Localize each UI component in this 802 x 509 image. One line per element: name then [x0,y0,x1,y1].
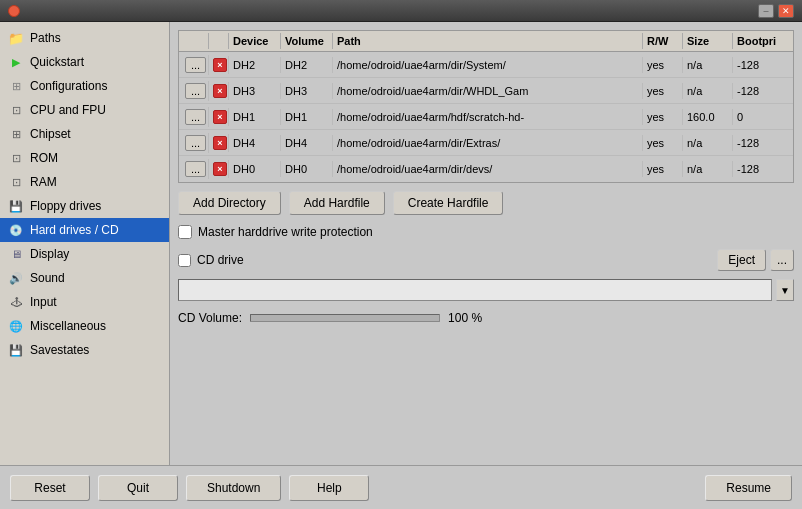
row-size: 160.0 [683,109,733,125]
row-browse-button[interactable]: ... [185,83,206,99]
cd-volume-slider[interactable] [250,314,440,322]
sidebar-item-miscellaneous[interactable]: 🌐 Miscellaneous [0,314,169,338]
row-browse-button[interactable]: ... [185,161,206,177]
config-icon: ⊞ [8,78,24,94]
row-path: /home/odroid/uae4arm/dir/Extras/ [333,135,643,151]
sidebar-item-configurations[interactable]: ⊞ Configurations [0,74,169,98]
row-device: DH1 [229,109,281,125]
input-icon: 🕹 [8,294,24,310]
shutdown-button[interactable]: Shutdown [186,475,281,501]
cd-volume-label: CD Volume: [178,311,242,325]
col-btn [179,33,209,49]
row-browse-button[interactable]: ... [185,57,206,73]
row-size: n/a [683,161,733,177]
master-protection-label: Master harddrive write protection [198,225,373,239]
cd-drive-buttons: Eject ... [717,249,794,271]
sidebar-item-input[interactable]: 🕹 Input [0,290,169,314]
close-button[interactable]: ✕ [778,4,794,18]
sidebar-item-label: Configurations [30,79,107,93]
row-browse-button[interactable]: ... [185,135,206,151]
save-icon: 💾 [8,342,24,358]
sidebar: 📁 Paths ▶ Quickstart ⊞ Configurations ⊡ … [0,22,170,465]
sidebar-item-paths[interactable]: 📁 Paths [0,26,169,50]
sidebar-item-harddrives[interactable]: 💿 Hard drives / CD [0,218,169,242]
cpu-icon: ⊡ [8,102,24,118]
sidebar-item-label: Sound [30,271,65,285]
sidebar-item-rom[interactable]: ⊡ ROM [0,146,169,170]
row-bootpri: -128 [733,83,793,99]
table-row: ... × DH4 DH4 /home/odroid/uae4arm/dir/E… [179,130,793,156]
add-hardfile-button[interactable]: Add Hardfile [289,191,385,215]
quit-button[interactable]: Quit [98,475,178,501]
row-delete-button[interactable]: × [213,136,227,150]
eject-button[interactable]: Eject [717,249,766,271]
row-volume: DH1 [281,109,333,125]
main-container: 📁 Paths ▶ Quickstart ⊞ Configurations ⊡ … [0,22,802,465]
master-protection-checkbox[interactable] [178,225,192,239]
sidebar-item-quickstart[interactable]: ▶ Quickstart [0,50,169,74]
cd-volume-row: CD Volume: 100 % [178,311,794,325]
sidebar-item-label: Display [30,247,69,261]
sidebar-item-label: Input [30,295,57,309]
row-path: /home/odroid/uae4arm/dir/WHDL_Gam [333,83,643,99]
drive-table: Device Volume Path R/W Size Bootpri ... … [178,30,794,183]
row-bootpri: -128 [733,57,793,73]
sidebar-item-label: ROM [30,151,58,165]
sidebar-item-sound[interactable]: 🔊 Sound [0,266,169,290]
row-delete-button[interactable]: × [213,58,227,72]
col-path: Path [333,33,643,49]
titlebar: – ✕ [0,0,802,22]
row-delete-button[interactable]: × [213,110,227,124]
sidebar-item-label: Paths [30,31,61,45]
master-protection-row: Master harddrive write protection [178,225,794,239]
cd-drive-checkbox[interactable] [178,254,191,267]
row-rw: yes [643,135,683,151]
action-buttons-row: Add Directory Add Hardfile Create Hardfi… [178,191,794,215]
sidebar-item-cpu-fpu[interactable]: ⊡ CPU and FPU [0,98,169,122]
cd-dropdown-row: ▼ [178,279,794,301]
display-icon: 🖥 [8,246,24,262]
chip-icon: ⊞ [8,126,24,142]
row-rw: yes [643,83,683,99]
cd-drive-label: CD drive [197,253,244,267]
help-button[interactable]: Help [289,475,369,501]
table-row: ... × DH0 DH0 /home/odroid/uae4arm/dir/d… [179,156,793,182]
row-delete-button[interactable]: × [213,84,227,98]
row-del-cell: × [209,160,229,178]
row-browse-button[interactable]: ... [185,109,206,125]
sidebar-item-savestates[interactable]: 💾 Savestates [0,338,169,362]
minimize-button[interactable]: – [758,4,774,18]
sidebar-item-label: Chipset [30,127,71,141]
sidebar-item-chipset[interactable]: ⊞ Chipset [0,122,169,146]
dropdown-arrow-icon[interactable]: ▼ [776,279,794,301]
col-device: Device [229,33,281,49]
table-row: ... × DH2 DH2 /home/odroid/uae4arm/dir/S… [179,52,793,78]
sound-icon: 🔊 [8,270,24,286]
cd-browse-button[interactable]: ... [770,249,794,271]
sidebar-item-label: Floppy drives [30,199,101,213]
row-path: /home/odroid/uae4arm/dir/devs/ [333,161,643,177]
folder-icon: 📁 [8,30,24,46]
row-btn-cell: ... [179,81,209,101]
add-directory-button[interactable]: Add Directory [178,191,281,215]
sidebar-item-ram[interactable]: ⊡ RAM [0,170,169,194]
sidebar-item-floppy[interactable]: 💾 Floppy drives [0,194,169,218]
row-volume: DH4 [281,135,333,151]
row-volume: DH0 [281,161,333,177]
sidebar-item-display[interactable]: 🖥 Display [0,242,169,266]
rom-icon: ⊡ [8,150,24,166]
cd-dropdown[interactable] [178,279,772,301]
row-btn-cell: ... [179,107,209,127]
create-hardfile-button[interactable]: Create Hardfile [393,191,504,215]
row-size: n/a [683,83,733,99]
row-device: DH2 [229,57,281,73]
play-icon: ▶ [8,54,24,70]
resume-button[interactable]: Resume [705,475,792,501]
row-volume: DH2 [281,57,333,73]
reset-button[interactable]: Reset [10,475,90,501]
sidebar-item-label: Hard drives / CD [30,223,119,237]
titlebar-dot [8,5,20,17]
sidebar-item-label: CPU and FPU [30,103,106,117]
row-delete-button[interactable]: × [213,162,227,176]
row-bootpri: -128 [733,161,793,177]
